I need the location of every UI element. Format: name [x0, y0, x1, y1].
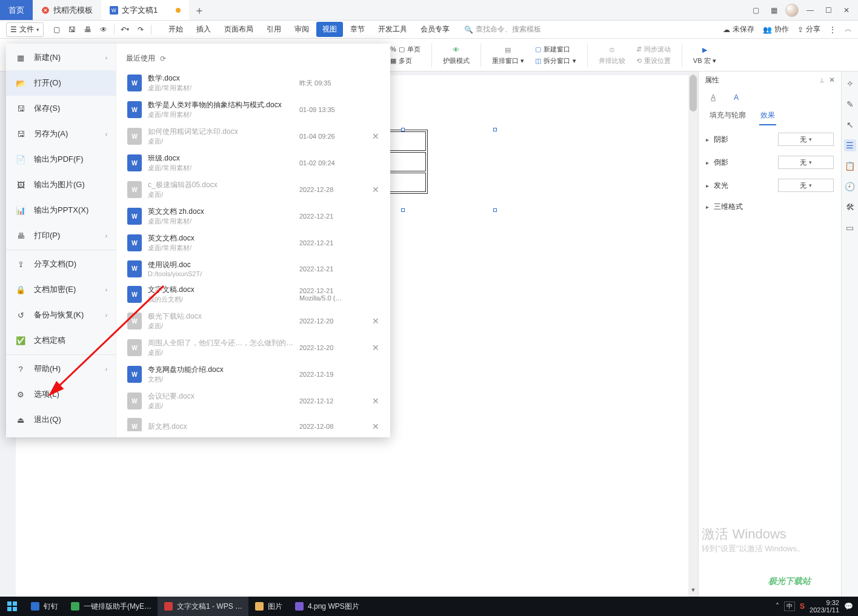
scroll-down-icon[interactable]: ▼	[688, 586, 698, 594]
start-button[interactable]	[0, 601, 24, 611]
unsaved-button[interactable]: ☁未保存	[723, 24, 754, 35]
text-fill-icon[interactable]: A	[711, 93, 716, 102]
reset-position-button[interactable]: ⟲重设位置	[636, 56, 671, 65]
taskbar-clock[interactable]: 9:32 2023/1/11	[810, 599, 839, 614]
recent-remove-icon[interactable]: ✕	[372, 343, 384, 353]
tray-sogou-icon[interactable]: S	[800, 602, 805, 611]
prop-value-select[interactable]: 无▾	[778, 156, 834, 169]
prop-row[interactable]: ▸三维格式	[706, 202, 834, 212]
compare-button[interactable]: ⧉并排比较	[599, 44, 625, 65]
ribbon-tab-vip[interactable]: 会员专享	[414, 22, 456, 37]
recent-item[interactable]: W 班级.docx 桌面/常用素材/ 01-02 09:24 ✕	[125, 150, 387, 176]
qa-save-icon[interactable]: 🖫	[65, 23, 79, 36]
recent-item[interactable]: W 极光下载站.docx 桌面/ 2022-12-20 ✕	[125, 308, 387, 334]
recent-item[interactable]: W 夸克网盘功能介绍.docx 文档/ 2022-12-19 ✕	[125, 361, 387, 388]
recent-item[interactable]: W c_极速编辑器05.docx 桌面/ 2022-12-28 ✕	[125, 176, 387, 203]
recent-item[interactable]: W 英文文档.docx 桌面/常用素材/ 2022-12-21 ✕	[125, 230, 387, 256]
add-tab-button[interactable]: ＋	[189, 0, 210, 20]
selection-handle[interactable]	[493, 128, 497, 131]
recent-remove-icon[interactable]: ✕	[372, 396, 384, 406]
ribbon-tab-view[interactable]: 视图	[316, 22, 343, 37]
file-menu-saveas[interactable]: 🖫另存为(A)›	[6, 121, 116, 147]
expand-icon[interactable]: ▸	[706, 204, 709, 210]
ribbon-tab-insert[interactable]: 插入	[190, 22, 217, 37]
expand-icon[interactable]: ▸	[706, 182, 709, 189]
window-close[interactable]: ✕	[839, 2, 854, 18]
prop-row[interactable]: ▸倒影无▾	[706, 156, 834, 169]
recent-item[interactable]: W 周围人全阳了，他们至今还…，怎么做到的？.docx 桌面/ 2022-12-…	[125, 334, 387, 361]
more-icon[interactable]: ⋮	[829, 25, 836, 34]
file-menu-options[interactable]: ⚙选项(L)	[6, 382, 116, 407]
refresh-icon[interactable]: ⟳	[160, 55, 166, 63]
window-maximize[interactable]: ☐	[820, 2, 836, 18]
rail-ai-icon[interactable]: ✧	[844, 78, 856, 90]
file-menu-pdf[interactable]: 📄输出为PDF(F)	[6, 147, 116, 172]
file-menu-save[interactable]: 🖫保存(S)	[6, 96, 116, 121]
share-button[interactable]: ⇪分享	[797, 24, 820, 35]
selection-handle[interactable]	[401, 128, 405, 131]
file-menu-share[interactable]: ⇪分享文档(D)	[6, 251, 116, 277]
scroll-thumb[interactable]	[690, 75, 697, 111]
recent-item[interactable]: W 数学是人类对事物的抽象结构与模式.docx 桌面/常用素材/ 01-09 1…	[125, 96, 387, 123]
ribbon-tab-layout[interactable]: 页面布局	[218, 22, 259, 37]
file-menu-pptx[interactable]: 📊输出为PPTX(X)	[6, 197, 116, 223]
tray-up-icon[interactable]: ˄	[776, 602, 779, 611]
ribbon-tab-start[interactable]: 开始	[162, 22, 189, 37]
close-pane-icon[interactable]: ✕	[829, 76, 835, 84]
ribbon-tab-reference[interactable]: 引用	[261, 22, 287, 37]
eyecare-mode-button[interactable]: 👁护眼模式	[443, 44, 470, 65]
expand-icon[interactable]: ▸	[706, 136, 709, 143]
file-menu-backup[interactable]: ↺备份与恢复(K)›	[6, 302, 116, 328]
recent-item[interactable]: W 数学.docx 桌面/常用素材/ 昨天 09:35 ✕	[125, 70, 387, 96]
multi-page-button[interactable]: 多页	[399, 56, 412, 65]
file-menu-button[interactable]: ☰ 文件 ▾	[6, 22, 44, 37]
prop-value-select[interactable]: 无▾	[778, 133, 834, 146]
rail-preview-icon[interactable]: ▭	[844, 222, 856, 234]
recent-item[interactable]: W 文字文稿.docx 我的云文档/ 2022-12-21Mozilla/5.0…	[125, 281, 387, 308]
qa-redo-icon[interactable]: ↷	[134, 23, 147, 36]
new-window-button[interactable]: ▢新建窗口	[535, 45, 576, 54]
file-menu-help[interactable]: ?帮助(H)›	[6, 356, 116, 382]
rail-select-icon[interactable]: ↖	[844, 119, 856, 131]
expand-icon[interactable]: ▸	[706, 159, 709, 166]
recent-item[interactable]: W 如何使用糯词笔记水印.docx 桌面/ 01-04 09:26 ✕	[125, 123, 387, 150]
qa-new-icon[interactable]: ▢	[50, 23, 63, 36]
qa-preview-icon[interactable]: 👁	[97, 23, 110, 36]
rail-time-icon[interactable]: 🕘	[844, 180, 856, 193]
recent-remove-icon[interactable]: ✕	[372, 316, 384, 326]
prop-row[interactable]: ▸发光无▾	[706, 179, 834, 192]
selection-handle[interactable]	[401, 208, 405, 212]
window-minimize[interactable]: —	[802, 2, 818, 18]
tab-templates[interactable]: 找稻壳模板	[33, 0, 101, 20]
single-page-button[interactable]: 单页	[407, 45, 421, 54]
ribbon-tab-review[interactable]: 审阅	[288, 22, 315, 37]
text-effect-icon[interactable]: A	[734, 93, 739, 102]
ime-indicator[interactable]: 中	[784, 601, 795, 611]
rail-tools-icon[interactable]: 🛠	[844, 201, 856, 213]
collapse-ribbon-icon[interactable]: ︿	[845, 24, 852, 35]
apps-icon[interactable]: ▦	[766, 2, 782, 18]
tab-home[interactable]: 首页	[0, 0, 33, 20]
recent-remove-icon[interactable]: ✕	[372, 185, 384, 194]
prop-tab-effect[interactable]: 效果	[759, 107, 776, 125]
vertical-scrollbar[interactable]: ▲ ▼ ▾	[688, 71, 698, 603]
recent-remove-icon[interactable]: ✕	[372, 422, 384, 431]
tab-document[interactable]: W 文字文稿1	[101, 0, 189, 20]
taskbar-item[interactable]: 图片	[248, 597, 288, 616]
rail-properties-icon[interactable]: ☰	[844, 139, 856, 151]
qa-print-icon[interactable]: 🖶	[81, 23, 95, 36]
vb-macro-button[interactable]: ▶VB 宏 ▾	[693, 44, 716, 65]
rearrange-window-button[interactable]: ▤重排窗口 ▾	[492, 44, 524, 65]
rail-pen-icon[interactable]: ✎	[844, 98, 856, 110]
command-search[interactable]: 🔍 查找命令、搜索模板	[464, 24, 541, 35]
rail-clipboard-icon[interactable]: 📋	[844, 160, 856, 172]
recent-item[interactable]: W 会议纪要.docx 桌面/ 2022-12-12 ✕	[125, 388, 387, 414]
file-menu-print[interactable]: 🖶打印(P)›	[6, 223, 116, 248]
sync-scroll-button[interactable]: ⇵同步滚动	[636, 45, 671, 54]
file-menu-open[interactable]: 📂打开(O)	[6, 70, 116, 96]
recent-remove-icon[interactable]: ✕	[372, 131, 384, 141]
layout-icon[interactable]: ▢	[748, 2, 763, 18]
recent-item[interactable]: W 新文档.docx 2022-12-08 ✕	[125, 414, 387, 431]
pin-icon[interactable]: ⟂	[820, 76, 824, 84]
recent-item[interactable]: W 英文文档 zh.docx 桌面/常用素材/ 2022-12-21 ✕	[125, 203, 387, 230]
